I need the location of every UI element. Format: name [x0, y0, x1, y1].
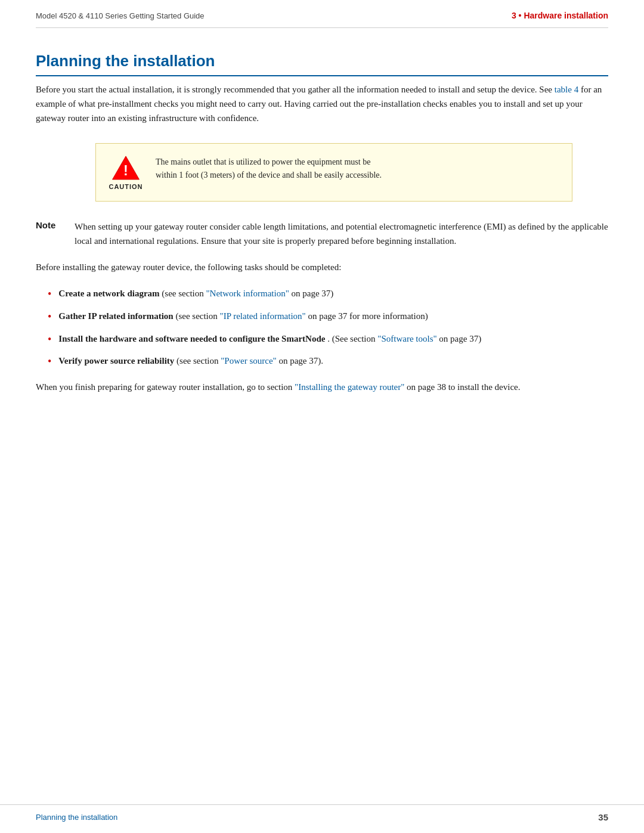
- main-content: Planning the installation Before you sta…: [0, 28, 644, 442]
- task4-bold: Verify power source reliability: [58, 356, 174, 366]
- task-list: Create a network diagram (see section "N…: [48, 286, 608, 370]
- footer-bar: Planning the installation 35: [0, 804, 644, 833]
- page-title: Planning the installation: [36, 52, 608, 76]
- table4-link[interactable]: table 4: [555, 85, 578, 94]
- footer-page-number: 35: [598, 812, 608, 822]
- caution-line2: within 1 foot (3 meters) of the device a…: [156, 171, 382, 179]
- task4-after: on page 37).: [278, 356, 323, 366]
- list-item: Create a network diagram (see section "N…: [48, 286, 608, 303]
- note-label: Note: [36, 219, 75, 230]
- header-section-title: Hardware installation: [524, 11, 608, 20]
- task1-after: on page 37): [292, 289, 334, 298]
- header-right-text: 3 • Hardware installation: [512, 11, 608, 20]
- list-item-content: Gather IP related information (see secti…: [58, 309, 428, 323]
- note-section: Note When setting up your gateway router…: [36, 219, 608, 248]
- page-container: Model 4520 & 4110 Series Getting Started…: [0, 0, 644, 833]
- list-item-content: Verify power source reliability (see sec…: [58, 354, 323, 368]
- task1-rest: (see section: [162, 289, 206, 298]
- header-left-text: Model 4520 & 4110 Series Getting Started…: [36, 11, 205, 20]
- caution-triangle-icon: !: [111, 154, 141, 181]
- caution-box: ! CAUTION The mains outlet that is utili…: [95, 143, 572, 202]
- caution-text: The mains outlet that is utilized to pow…: [156, 154, 382, 181]
- footer-left-text: Planning the installation: [36, 813, 117, 822]
- header-right-prefix: 3 •: [512, 11, 524, 20]
- task2-bold: Gather IP related information: [58, 311, 173, 321]
- list-item-content: Install the hardware and software needed…: [58, 332, 481, 346]
- header-bar: Model 4520 & 4110 Series Getting Started…: [0, 0, 644, 27]
- task1-bold: Create a network diagram: [58, 289, 159, 298]
- task3-rest: . (See section: [327, 334, 377, 343]
- caution-label: CAUTION: [109, 183, 143, 190]
- task2-rest: (see section: [175, 311, 219, 321]
- list-item: Gather IP related information (see secti…: [48, 309, 608, 326]
- task4-rest: (see section: [177, 356, 221, 366]
- closing-text-part1: When you finish preparing for gateway ro…: [36, 382, 295, 392]
- network-info-link[interactable]: "Network information": [206, 289, 289, 298]
- closing-text-part2: on page 38 to install the device.: [404, 382, 520, 392]
- installing-gateway-link[interactable]: "Installing the gateway router": [295, 382, 404, 392]
- list-item-content: Create a network diagram (see section "N…: [58, 286, 333, 301]
- task3-bold: Install the hardware and software needed…: [58, 334, 325, 343]
- task3-after: on page 37): [439, 334, 481, 343]
- task2-after: on page 37 for more information): [308, 311, 428, 321]
- software-tools-link[interactable]: "Software tools": [377, 334, 436, 343]
- list-item: Verify power source reliability (see sec…: [48, 354, 608, 370]
- list-item: Install the hardware and software needed…: [48, 332, 608, 348]
- ip-info-link[interactable]: "IP related information": [220, 311, 306, 321]
- caution-icon-wrapper: ! CAUTION: [108, 154, 144, 190]
- svg-text:!: !: [123, 163, 128, 178]
- caution-line1: The mains outlet that is utilized to pow…: [156, 157, 370, 166]
- before-installing-text: Before installing the gateway router dev…: [36, 260, 608, 274]
- power-source-link[interactable]: "Power source": [221, 356, 276, 366]
- note-text: When setting up your gateway router cons…: [75, 219, 608, 248]
- closing-paragraph: When you finish preparing for gateway ro…: [36, 380, 608, 394]
- intro-paragraph: Before you start the actual installation…: [36, 82, 608, 125]
